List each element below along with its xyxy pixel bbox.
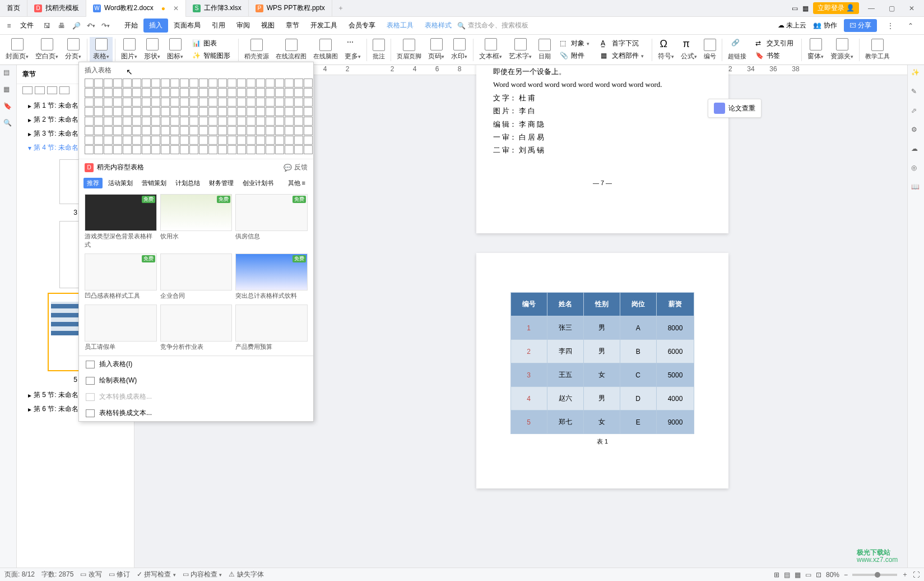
form-button[interactable]: 窗体▾ <box>804 37 827 62</box>
grid-cell[interactable] <box>266 88 275 97</box>
grid-cell[interactable] <box>161 126 170 135</box>
grid-cell[interactable] <box>85 88 94 97</box>
grid-cell[interactable] <box>237 98 246 107</box>
grid-cell[interactable] <box>123 98 132 107</box>
menu-ref[interactable]: 引用 <box>206 19 231 33</box>
grid-cell[interactable] <box>294 117 303 126</box>
tab-ppt[interactable]: PWPS PPT教程.pptx <box>249 0 332 17</box>
grid-cell[interactable] <box>170 107 179 116</box>
grid-cell[interactable] <box>180 107 189 116</box>
chart-button[interactable]: 📊图表 <box>189 38 234 49</box>
grid-cell[interactable] <box>151 79 160 87</box>
flow-button[interactable]: 在线流程图 <box>272 38 310 62</box>
grid-cell[interactable] <box>161 136 170 145</box>
grid-cell[interactable] <box>104 107 113 116</box>
grid-cell[interactable] <box>227 117 236 126</box>
grid-cell[interactable] <box>237 136 246 145</box>
grid-cell[interactable] <box>170 117 179 126</box>
grid-cell[interactable] <box>208 136 217 145</box>
book-icon[interactable]: 📖 <box>911 183 921 193</box>
page-indicator[interactable]: 页面: 8/12 <box>4 570 35 579</box>
grid-cell[interactable] <box>285 136 294 145</box>
missing-font[interactable]: ⚠ 缺失字体 <box>229 570 263 579</box>
grid-cell[interactable] <box>142 107 151 116</box>
grid-cell[interactable] <box>180 98 189 107</box>
menu-insert[interactable]: 插入 <box>143 19 168 33</box>
docpart-button[interactable]: ▦文档部件▾ <box>597 50 647 62</box>
grid-cell[interactable] <box>123 88 132 97</box>
grid-cell[interactable] <box>237 145 246 154</box>
grid-cell[interactable] <box>275 145 284 154</box>
grid-cell[interactable] <box>275 117 284 126</box>
grid-cell[interactable] <box>247 79 256 87</box>
cloud-icon[interactable]: ☁ <box>911 145 921 155</box>
grid-cell[interactable] <box>199 117 208 126</box>
grid-cell[interactable] <box>304 88 313 97</box>
grid-cell[interactable] <box>170 145 179 154</box>
grid-cell[interactable] <box>132 136 141 145</box>
menu-layout[interactable]: 页面布局 <box>168 19 206 33</box>
grid-cell[interactable] <box>189 79 198 87</box>
grid-cell[interactable] <box>132 145 141 154</box>
nav-tool-1[interactable] <box>22 86 32 94</box>
grid-cell[interactable] <box>113 107 122 116</box>
grid-cell[interactable] <box>104 136 113 145</box>
revise-mode[interactable]: ▭ 修订 <box>109 570 130 579</box>
zoom-out[interactable]: − <box>844 571 848 579</box>
tab-excel[interactable]: S工作簿3.xlsx <box>186 0 249 17</box>
grid-cell[interactable] <box>227 145 236 154</box>
track-mode[interactable]: ▭ 改写 <box>80 570 101 579</box>
template-item[interactable] <box>235 305 308 342</box>
grid-cell[interactable] <box>218 136 227 145</box>
minimize-button[interactable]: — <box>863 4 879 12</box>
grid-cell[interactable] <box>113 145 122 154</box>
print-icon[interactable]: 🖶 <box>55 19 68 33</box>
template-item[interactable]: 免费 <box>85 253 157 290</box>
grid-cell[interactable] <box>132 117 141 126</box>
template-category[interactable]: 推荐 <box>83 178 103 188</box>
close-icon[interactable]: ✕ <box>173 4 179 12</box>
grid-cell[interactable] <box>85 117 94 126</box>
resource-button[interactable]: 资源夹▾ <box>827 37 857 62</box>
grid-cell[interactable] <box>294 145 303 154</box>
grid-cell[interactable] <box>94 136 103 145</box>
spell-check[interactable]: ✓ 拼写检查 ▾ <box>137 570 176 579</box>
grid-cell[interactable] <box>161 145 170 154</box>
grid-cell[interactable] <box>94 117 103 126</box>
grid-cell[interactable] <box>94 79 103 87</box>
grid-cell[interactable] <box>266 136 275 145</box>
grid-cell[interactable] <box>294 136 303 145</box>
maximize-button[interactable]: ▢ <box>884 4 899 12</box>
grid-cell[interactable] <box>208 88 217 97</box>
watermark-button[interactable]: 水印▾ <box>448 37 471 62</box>
nav-tool-2[interactable] <box>35 86 45 94</box>
grid-cell[interactable] <box>189 117 198 126</box>
view-mode-3[interactable]: ▦ <box>795 571 801 579</box>
grid-cell[interactable] <box>208 126 217 135</box>
table-row[interactable]: 3王五女C5000 <box>510 363 694 387</box>
grid-cell[interactable] <box>237 126 246 135</box>
grid-cell[interactable] <box>113 79 122 87</box>
zoom-slider[interactable] <box>852 574 897 576</box>
grid-cell[interactable] <box>266 79 275 87</box>
grid-cell[interactable] <box>170 88 179 97</box>
collab-button[interactable]: 👥 协作 <box>813 21 837 30</box>
grid-cell[interactable] <box>294 88 303 97</box>
grid-cell[interactable] <box>247 107 256 116</box>
new-tab-button[interactable]: ＋ <box>332 3 349 13</box>
tab-word-doc[interactable]: WWord教程2.docx●✕ <box>86 0 186 17</box>
grid-cell[interactable] <box>132 107 141 116</box>
view-mode-4[interactable]: ▭ <box>805 571 811 579</box>
picture-button[interactable]: 图片▾ <box>118 37 141 62</box>
template-item[interactable] <box>160 253 233 290</box>
grid-cell[interactable] <box>104 98 113 107</box>
outline-icon[interactable]: ▤ <box>3 68 13 79</box>
grid-cell[interactable] <box>199 88 208 97</box>
grid-cell[interactable] <box>227 79 236 87</box>
cover-button[interactable]: 封面页▾ <box>2 37 32 62</box>
grid-cell[interactable] <box>237 117 246 126</box>
bookmark-rail-icon[interactable]: 🔖 <box>3 102 13 112</box>
grid-cell[interactable] <box>218 126 227 135</box>
table-to-text-item[interactable]: 表格转换成文本... <box>79 405 313 421</box>
grid-cell[interactable] <box>256 136 265 145</box>
